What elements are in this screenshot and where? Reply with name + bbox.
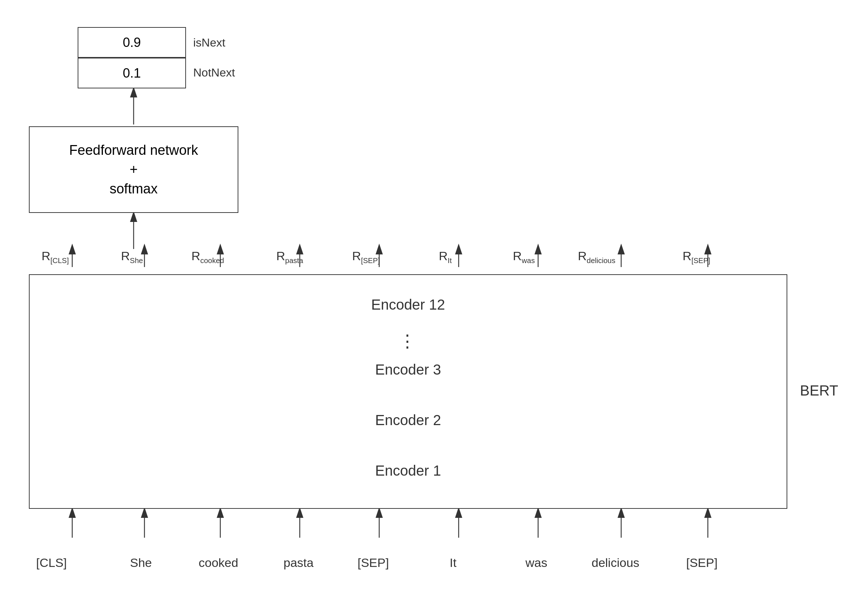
- r-pasta-sub: pasta: [285, 257, 303, 264]
- r-sep2-label: R[SEP]: [682, 249, 710, 265]
- bert-label: BERT: [800, 383, 838, 399]
- encoder1-label: Encoder 1: [29, 463, 787, 479]
- encoder2-label: Encoder 2: [29, 412, 787, 428]
- ff-text: Feedforward network + softmax: [69, 141, 198, 198]
- r-sep1-label: R[SEP]: [352, 249, 380, 265]
- r-she-label: RShe: [121, 249, 143, 265]
- r-cls-label: R[CLS]: [41, 249, 69, 265]
- bert-box: Encoder 12 ⋮ Encoder 3 Encoder 2 Encoder…: [29, 274, 787, 509]
- r-sep2-sub: [SEP]: [692, 257, 710, 264]
- diagram-container: 0.9 isNext 0.1 NotNext Feedforward netwo…: [0, 0, 844, 616]
- ff-line3: softmax: [69, 179, 198, 198]
- input-it: It: [450, 556, 456, 570]
- output-notNext-box: 0.1: [78, 58, 186, 88]
- input-delicious: delicious: [591, 556, 639, 570]
- ff-line1: Feedforward network: [69, 141, 198, 160]
- r-she-sub: She: [130, 257, 143, 264]
- input-pasta: pasta: [284, 556, 313, 570]
- output-isNext-box: 0.9: [78, 27, 186, 58]
- input-cooked: cooked: [199, 556, 238, 570]
- input-sep1: [SEP]: [357, 556, 389, 570]
- notNext-value: 0.1: [123, 66, 141, 81]
- ff-line2: +: [69, 160, 198, 179]
- notNext-label: NotNext: [193, 66, 235, 79]
- isNext-value: 0.9: [123, 35, 141, 50]
- input-sep2: [SEP]: [686, 556, 718, 570]
- r-cooked-sub: cooked: [200, 257, 224, 264]
- r-delicious-sub: delicious: [587, 257, 615, 264]
- r-cooked-label: Rcooked: [191, 249, 224, 265]
- r-was-label: Rwas: [513, 249, 535, 265]
- input-was: was: [525, 556, 547, 570]
- r-delicious-label: Rdelicious: [578, 249, 615, 265]
- encoder12-label: Encoder 12: [29, 297, 787, 313]
- isNext-label: isNext: [193, 36, 225, 50]
- r-sep1-sub: [SEP]: [361, 257, 380, 264]
- r-it-label: RIt: [439, 249, 452, 265]
- r-pasta-label: Rpasta: [276, 249, 303, 265]
- input-she: She: [130, 556, 152, 570]
- encoder3-label: Encoder 3: [29, 362, 787, 378]
- r-it-sub: It: [448, 257, 452, 264]
- feedforward-box: Feedforward network + softmax: [29, 126, 238, 213]
- r-was-sub: was: [522, 257, 535, 264]
- r-cls-sub: [CLS]: [51, 257, 69, 264]
- input-cls: [CLS]: [36, 556, 67, 570]
- encoder-dots: ⋮: [29, 331, 787, 351]
